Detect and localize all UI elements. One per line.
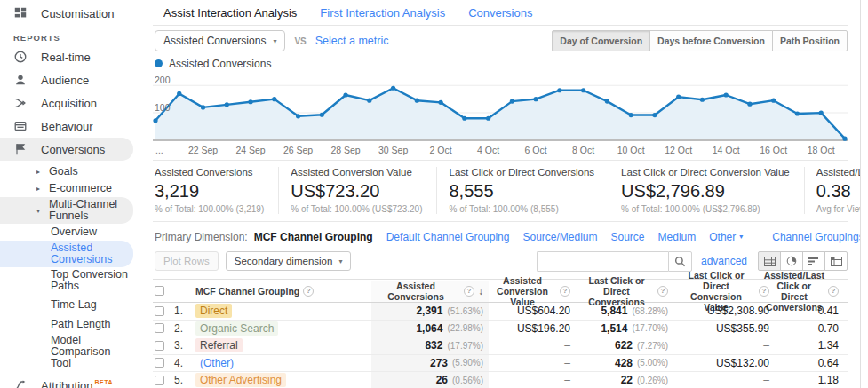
chevron-down-icon: ▾ — [273, 37, 276, 45]
customisation-icon — [12, 5, 28, 21]
sidebar-item-audience[interactable]: Audience — [0, 68, 144, 91]
select-a-metric-link[interactable]: Select a metric — [315, 35, 389, 47]
performance-view-button[interactable] — [802, 251, 825, 271]
search-input[interactable] — [537, 251, 668, 272]
sidebar-item-realtime[interactable]: Real-time — [0, 45, 144, 68]
sidebar-item-overview[interactable]: Overview — [0, 224, 144, 241]
select-all-checkbox[interactable] — [155, 286, 164, 296]
tab-conversions[interactable]: Conversions — [468, 6, 532, 20]
sidebar-item-path-length[interactable]: Path Length — [0, 316, 144, 333]
channel-label: Referral — [195, 338, 243, 352]
dimension-mcf-channel-grouping[interactable]: MCF Channel Grouping — [254, 231, 373, 243]
day-of-conversion-button[interactable]: Day of Conversion — [552, 30, 650, 51]
help-icon[interactable]: ? — [828, 286, 839, 297]
sidebar-item-time-lag[interactable]: Time Lag — [0, 297, 144, 313]
help-icon[interactable]: ? — [303, 286, 314, 297]
sidebar-item-ecommerce[interactable]: ▸ E-commerce — [0, 180, 144, 197]
channel-label: (Other) — [195, 356, 238, 370]
last-click-conversion-value-cell: – — [673, 337, 776, 354]
vs-label: VS — [294, 36, 306, 46]
sidebar-item-label: Assisted Conversions — [51, 242, 132, 265]
sidebar-item-label: Real-time — [41, 51, 91, 64]
dimension-default-channel-grouping[interactable]: Default Channel Grouping — [386, 231, 510, 243]
sidebar-item-label: Path Length — [51, 319, 110, 330]
tab-assist-interaction-analysis[interactable]: Assist Interaction Analysis — [163, 6, 297, 20]
data-view-button[interactable] — [758, 251, 781, 271]
help-icon[interactable]: ? — [657, 286, 668, 297]
search-button[interactable] — [668, 251, 692, 272]
ratio-cell: 1.18 — [776, 372, 848, 388]
assisted-conversions-column-header[interactable]: Assisted Conversions?↓ — [371, 281, 489, 302]
sidebar-item-conversions[interactable]: Conversions — [0, 138, 133, 161]
channel-column-header[interactable]: MCF Channel Grouping? — [195, 286, 371, 297]
sidebar-item-label: Goals — [49, 166, 78, 178]
plot-rows-button[interactable]: Plot Rows — [155, 251, 219, 271]
row-rank: 1. — [174, 303, 195, 320]
metric-value: US$2,796.89 — [621, 181, 790, 202]
assisted-conversion-value-cell: US$196.20 — [489, 321, 577, 337]
sidebar-item-multi-channel-funnels[interactable]: ▾ Multi-Channel Funnels — [0, 197, 133, 224]
row-checkbox[interactable] — [155, 358, 164, 368]
metric-last-click-conversion-value: Last Click or Direct Conversion Value US… — [609, 167, 804, 214]
sidebar-item-behaviour[interactable]: Behaviour — [0, 115, 144, 138]
scrollbar-gutter — [860, 0, 868, 388]
legend-dot-icon — [155, 59, 163, 67]
sidebar-item-customisation[interactable]: Customisation — [0, 2, 144, 25]
person-icon — [12, 72, 28, 88]
row-rank: 5. — [174, 372, 195, 388]
dimension-medium[interactable]: Medium — [658, 231, 697, 243]
expand-down-icon: ▾ — [36, 205, 44, 217]
sidebar-item-acquisition[interactable]: Acquisition — [0, 91, 144, 115]
metric-subtitle: % of Total: 100.00% (US$723.20) — [291, 204, 422, 214]
sidebar-item-model-comparison-tool[interactable]: Model Comparison Tool — [0, 333, 144, 371]
metric-assisted-conversion-value: Assisted Conversion Value US$723.20 % of… — [278, 167, 436, 214]
last-click-conversions-cell: 622(7.27%) — [577, 337, 673, 354]
row-checkbox[interactable] — [155, 341, 164, 351]
tab-first-interaction-analysis[interactable]: First Interaction Analysis — [320, 6, 445, 20]
metric-title: Assisted Conversion Value — [291, 167, 422, 178]
help-icon[interactable]: ? — [560, 286, 570, 297]
sidebar-item-label: Top Conversion Paths — [51, 269, 132, 292]
dimension-source-medium[interactable]: Source/Medium — [522, 231, 597, 243]
pie-chart-icon — [786, 256, 797, 266]
metric-value: US$723.20 — [291, 181, 422, 202]
dimension-source[interactable]: Source — [611, 231, 645, 243]
sidebar-item-assisted-conversions[interactable]: Assisted Conversions — [0, 241, 133, 267]
table-row: 3. Referral 832(17.97%) – 622(7.27%) – 1… — [153, 337, 848, 355]
sidebar-item-label: Audience — [41, 74, 89, 87]
sidebar-item-top-conversion-paths[interactable]: Top Conversion Paths — [0, 267, 144, 294]
main-content: Assist Interaction Analysis First Intera… — [144, 0, 860, 388]
metric-selector-dropdown[interactable]: Assisted Conversions ▾ — [155, 30, 285, 51]
sidebar-item-attribution[interactable]: AttributionBETA — [0, 374, 144, 388]
ratio-cell: 1.34 — [776, 337, 848, 354]
chart-x-axis-labels: ...22 Sep24 Sep26 Sep28 Sep30 Sep2 Oct4 … — [153, 143, 848, 156]
sidebar-item-label: E-commerce — [49, 183, 112, 194]
sidebar-item-label: Time Lag — [51, 299, 97, 311]
pivot-view-button[interactable] — [824, 251, 848, 271]
row-rank: 3. — [174, 337, 195, 354]
last-click-conversion-value-cell: US$132.00 — [673, 355, 776, 372]
channel-label: Direct — [195, 304, 232, 318]
row-checkbox[interactable] — [155, 323, 164, 333]
select-all-checkbox-cell — [153, 286, 174, 296]
channel-groupings-dropdown[interactable]: Channel Groupings▾ — [772, 231, 868, 243]
secondary-dimension-dropdown[interactable]: Secondary dimension ▾ — [226, 251, 352, 271]
last-click-conversion-value-cell: US$2,308.90 — [673, 303, 776, 320]
channel-label: Other Advertising — [195, 373, 286, 387]
percentage-view-button[interactable] — [780, 251, 803, 271]
advanced-search-link[interactable]: advanced — [701, 255, 747, 267]
search-icon — [674, 256, 686, 267]
last-click-conversion-value-cell: – — [673, 372, 776, 388]
sidebar-item-goals[interactable]: ▸ Goals — [0, 163, 144, 180]
dimension-other-dropdown[interactable]: Other▾ — [709, 231, 743, 243]
secondary-dimension-label: Secondary dimension — [235, 256, 333, 266]
row-checkbox[interactable] — [155, 306, 164, 316]
days-before-conversion-button[interactable]: Days before Conversion — [649, 30, 773, 51]
help-icon[interactable]: ? — [464, 286, 474, 297]
row-checkbox[interactable] — [155, 376, 164, 385]
behaviour-icon — [12, 118, 28, 134]
sort-descending-icon[interactable]: ↓ — [478, 286, 483, 297]
path-position-button[interactable]: Path Position — [772, 30, 848, 51]
ratio-cell: 0.70 — [776, 321, 848, 337]
chevron-down-icon: ▾ — [338, 257, 342, 265]
